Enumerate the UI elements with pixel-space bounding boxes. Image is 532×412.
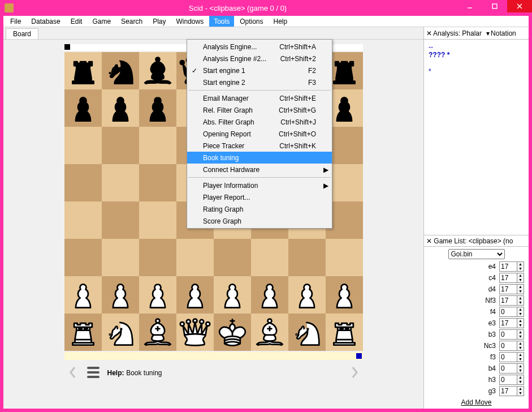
square-7-7[interactable]	[326, 314, 363, 351]
spin-up-icon[interactable]: ▲	[517, 353, 524, 357]
square-4-2[interactable]	[139, 201, 176, 239]
menu-icon[interactable]	[87, 367, 100, 378]
square-7-5[interactable]	[251, 314, 288, 351]
spin-down-icon[interactable]: ▼	[517, 323, 524, 328]
book-move-value[interactable]	[500, 307, 517, 316]
spin-down-icon[interactable]: ▼	[517, 391, 524, 396]
square-4-0[interactable]	[64, 201, 102, 239]
spin-down-icon[interactable]: ▼	[517, 301, 524, 305]
tools-menu-player-report[interactable]: Player Report...	[187, 191, 332, 203]
book-move-value[interactable]	[500, 273, 517, 282]
tools-menu-abs-filter-graph[interactable]: Abs. Filter GraphCtrl+Shift+J	[187, 116, 332, 128]
spin-down-icon[interactable]: ▼	[517, 357, 524, 362]
square-7-1[interactable]	[102, 314, 139, 351]
close-icon[interactable]: ✕	[426, 29, 432, 37]
spin-down-icon[interactable]: ▼	[517, 368, 524, 373]
spin-up-icon[interactable]: ▲	[517, 285, 524, 289]
book-move-value[interactable]	[500, 330, 517, 339]
tools-menu-score-graph[interactable]: Score Graph	[187, 215, 332, 227]
spin-up-icon[interactable]: ▲	[517, 319, 524, 323]
book-move-value[interactable]	[500, 353, 517, 362]
spin-down-icon[interactable]: ▼	[517, 334, 524, 339]
book-move-value[interactable]	[500, 375, 517, 384]
book-move-value[interactable]	[500, 341, 517, 350]
square-5-5[interactable]	[251, 239, 288, 276]
spin-down-icon[interactable]: ▼	[517, 380, 524, 384]
square-7-4[interactable]	[214, 314, 251, 351]
spin-down-icon[interactable]: ▼	[517, 289, 524, 294]
tools-menu-rating-graph[interactable]: Rating Graph	[187, 203, 332, 215]
square-6-0[interactable]	[64, 276, 102, 314]
spin-up-icon[interactable]: ▲	[517, 262, 524, 267]
square-5-4[interactable]	[214, 239, 251, 276]
spin-up-icon[interactable]: ▲	[517, 375, 524, 380]
square-3-0[interactable]	[64, 164, 102, 201]
spin-up-icon[interactable]: ▲	[517, 341, 524, 346]
tools-menu-book-tuning[interactable]: Book tuning	[187, 152, 332, 164]
square-7-6[interactable]	[288, 314, 326, 351]
book-move-value[interactable]	[500, 296, 517, 305]
square-3-2[interactable]	[139, 164, 176, 201]
menu-play[interactable]: Play	[148, 16, 170, 27]
nav-prev-icon[interactable]	[67, 364, 79, 380]
tools-menu-rel-filter-graph[interactable]: Rel. Filter GraphCtrl+Shift+G	[187, 104, 332, 116]
square-6-3[interactable]	[176, 276, 214, 314]
spin-up-icon[interactable]: ▲	[517, 330, 524, 334]
spin-down-icon[interactable]: ▼	[517, 278, 524, 282]
menu-help[interactable]: Help	[269, 16, 292, 27]
tools-menu-piece-tracker[interactable]: Piece TrackerCtrl+Shift+K	[187, 140, 332, 152]
dropdown-icon[interactable]: ▾	[486, 29, 490, 37]
square-5-7[interactable]	[326, 239, 363, 276]
tools-menu-connect-hardware[interactable]: Connect Hardware▶	[187, 164, 332, 175]
menu-game[interactable]: Game	[88, 16, 115, 27]
close-icon[interactable]: ✕	[426, 237, 432, 245]
book-move-value[interactable]	[500, 262, 517, 271]
square-5-1[interactable]	[102, 239, 139, 276]
square-5-2[interactable]	[139, 239, 176, 276]
tools-menu-start-engine-1[interactable]: ✓Start engine 1F2	[187, 65, 332, 76]
book-move-value[interactable]	[500, 387, 517, 396]
tools-menu-analysis-engine-2[interactable]: Analysis Engine #2...Ctrl+Shift+2	[187, 53, 332, 65]
spin-up-icon[interactable]: ▲	[517, 387, 524, 391]
square-6-6[interactable]	[288, 276, 326, 314]
spin-down-icon[interactable]: ▼	[517, 346, 524, 350]
spin-up-icon[interactable]: ▲	[517, 273, 524, 278]
square-7-0[interactable]	[64, 314, 102, 351]
square-0-1[interactable]	[102, 52, 139, 89]
square-2-0[interactable]	[64, 127, 102, 164]
menu-tools[interactable]: Tools	[209, 16, 234, 27]
square-6-1[interactable]	[102, 276, 139, 314]
square-1-1[interactable]	[102, 89, 139, 127]
square-0-2[interactable]	[139, 52, 176, 89]
menu-edit[interactable]: Edit	[66, 16, 87, 27]
menu-windows[interactable]: Windows	[171, 16, 208, 27]
tools-menu-email-manager[interactable]: Email ManagerCtrl+Shift+E	[187, 92, 332, 104]
square-1-0[interactable]	[64, 89, 102, 127]
tab-notation[interactable]: ▾Notation	[484, 29, 518, 37]
square-6-4[interactable]	[214, 276, 251, 314]
square-5-6[interactable]	[288, 239, 326, 276]
square-6-7[interactable]	[326, 276, 363, 314]
nav-next-icon[interactable]	[348, 364, 361, 380]
close-button[interactable]	[507, 0, 532, 12]
square-1-2[interactable]	[139, 89, 176, 127]
square-0-0[interactable]	[64, 52, 102, 89]
book-select[interactable]: Goi.bin	[448, 249, 505, 259]
menu-file[interactable]: File	[6, 16, 25, 27]
square-3-1[interactable]	[102, 164, 139, 201]
spin-down-icon[interactable]: ▼	[517, 267, 524, 271]
tab-analysis[interactable]: ✕Analysis: Phalar	[424, 29, 484, 37]
maximize-button[interactable]	[482, 0, 507, 12]
menu-database[interactable]: Database	[27, 16, 64, 27]
square-4-1[interactable]	[102, 201, 139, 239]
square-6-2[interactable]	[139, 276, 176, 314]
tools-menu-analysis-engine[interactable]: Analysis Engine...Ctrl+Shift+A	[187, 41, 332, 53]
spin-up-icon[interactable]: ▲	[517, 296, 524, 301]
board-tab[interactable]: Board	[6, 28, 38, 39]
menu-options[interactable]: Options	[235, 16, 267, 27]
square-2-2[interactable]	[139, 127, 176, 164]
spin-up-icon[interactable]: ▲	[517, 364, 524, 368]
square-5-0[interactable]	[64, 239, 102, 276]
square-7-3[interactable]	[176, 314, 214, 351]
tools-menu-player-information[interactable]: Player Information▶	[187, 179, 332, 191]
